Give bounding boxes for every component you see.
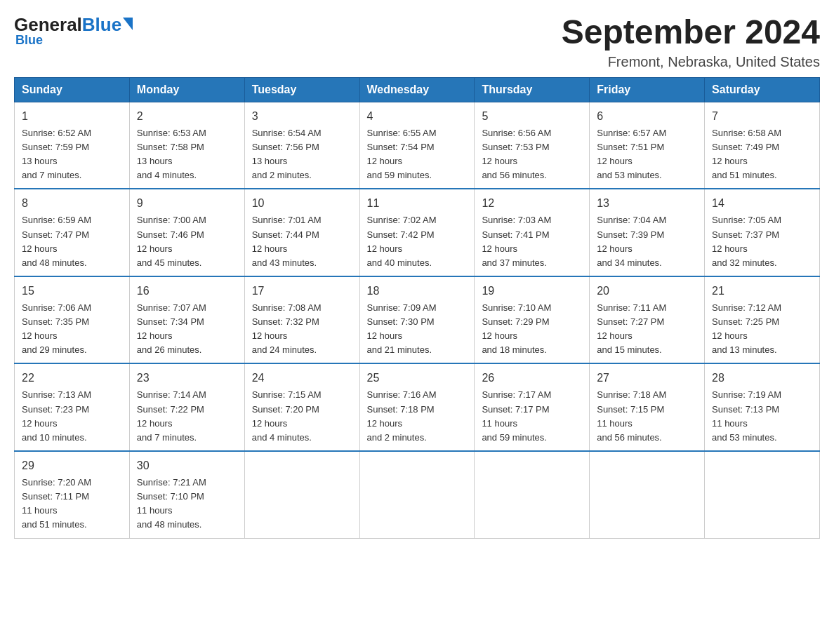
day-info: Sunrise: 7:16 AMSunset: 7:18 PM12 hoursa…	[367, 389, 437, 442]
day-number: 29	[22, 457, 122, 474]
day-info: Sunrise: 7:08 AMSunset: 7:32 PM12 hoursa…	[252, 302, 322, 355]
day-info: Sunrise: 6:52 AMSunset: 7:59 PM13 hoursa…	[22, 128, 91, 180]
day-info: Sunrise: 7:15 AMSunset: 7:20 PM12 hoursa…	[252, 389, 322, 442]
day-number: 7	[712, 108, 812, 125]
day-info: Sunrise: 6:53 AMSunset: 7:58 PM13 hoursa…	[137, 128, 206, 180]
calendar-subtitle: Fremont, Nebraska, United States	[562, 54, 820, 70]
calendar-cell	[705, 451, 820, 538]
calendar-table: Sunday Monday Tuesday Wednesday Thursday…	[14, 77, 820, 539]
calendar-cell: 25Sunrise: 7:16 AMSunset: 7:18 PM12 hour…	[359, 363, 475, 451]
col-saturday: Saturday	[705, 77, 820, 102]
calendar-cell	[475, 451, 590, 538]
calendar-cell: 19Sunrise: 7:10 AMSunset: 7:29 PM12 hour…	[475, 276, 590, 364]
calendar-cell: 6Sunrise: 6:57 AMSunset: 7:51 PM12 hours…	[590, 102, 705, 189]
header-row: Sunday Monday Tuesday Wednesday Thursday…	[15, 77, 820, 102]
calendar-cell: 9Sunrise: 7:00 AMSunset: 7:46 PM12 hours…	[129, 189, 244, 276]
day-number: 12	[482, 195, 582, 212]
day-info: Sunrise: 7:06 AMSunset: 7:35 PM12 hoursa…	[22, 302, 91, 355]
day-number: 27	[597, 370, 697, 387]
calendar-cell: 22Sunrise: 7:13 AMSunset: 7:23 PM12 hour…	[15, 363, 130, 451]
col-friday: Friday	[590, 77, 705, 102]
day-info: Sunrise: 6:59 AMSunset: 7:47 PM12 hoursa…	[22, 215, 91, 267]
day-number: 26	[482, 370, 582, 387]
calendar-cell: 2Sunrise: 6:53 AMSunset: 7:58 PM13 hours…	[129, 102, 244, 189]
day-info: Sunrise: 7:18 AMSunset: 7:15 PM11 hoursa…	[597, 389, 666, 442]
day-info: Sunrise: 7:07 AMSunset: 7:34 PM12 hoursa…	[137, 302, 206, 355]
calendar-cell: 16Sunrise: 7:07 AMSunset: 7:34 PM12 hour…	[129, 276, 244, 364]
logo-subtitle: Blue	[14, 33, 43, 48]
day-number: 11	[367, 195, 468, 212]
day-info: Sunrise: 7:00 AMSunset: 7:46 PM12 hoursa…	[137, 215, 206, 267]
day-number: 30	[137, 457, 237, 474]
calendar-cell: 29Sunrise: 7:20 AMSunset: 7:11 PM11 hour…	[15, 451, 130, 538]
calendar-cell: 18Sunrise: 7:09 AMSunset: 7:30 PM12 hour…	[359, 276, 475, 364]
col-monday: Monday	[129, 77, 244, 102]
calendar-cell: 30Sunrise: 7:21 AMSunset: 7:10 PM11 hour…	[129, 451, 244, 538]
day-number: 24	[252, 370, 352, 387]
calendar-cell: 23Sunrise: 7:14 AMSunset: 7:22 PM12 hour…	[129, 363, 244, 451]
title-area: September 2024 Fremont, Nebraska, United…	[562, 14, 820, 70]
day-info: Sunrise: 7:10 AMSunset: 7:29 PM12 hoursa…	[482, 302, 551, 355]
day-number: 9	[137, 195, 237, 212]
day-info: Sunrise: 7:17 AMSunset: 7:17 PM11 hoursa…	[482, 389, 551, 442]
day-info: Sunrise: 7:14 AMSunset: 7:22 PM12 hoursa…	[137, 389, 206, 442]
day-info: Sunrise: 7:01 AMSunset: 7:44 PM12 hoursa…	[252, 215, 322, 267]
col-sunday: Sunday	[15, 77, 130, 102]
calendar-cell: 15Sunrise: 7:06 AMSunset: 7:35 PM12 hour…	[15, 276, 130, 364]
calendar-cell: 17Sunrise: 7:08 AMSunset: 7:32 PM12 hour…	[244, 276, 359, 364]
day-number: 19	[482, 283, 582, 300]
calendar-cell	[244, 451, 359, 538]
day-number: 17	[252, 283, 352, 300]
day-info: Sunrise: 7:19 AMSunset: 7:13 PM11 hoursa…	[712, 389, 781, 442]
day-number: 20	[597, 283, 697, 300]
calendar-week-row: 22Sunrise: 7:13 AMSunset: 7:23 PM12 hour…	[15, 363, 820, 451]
logo-triangle-icon	[123, 18, 133, 30]
day-number: 18	[367, 283, 468, 300]
day-number: 23	[137, 370, 237, 387]
day-info: Sunrise: 6:57 AMSunset: 7:51 PM12 hoursa…	[597, 128, 666, 180]
day-number: 5	[482, 108, 582, 125]
day-info: Sunrise: 7:09 AMSunset: 7:30 PM12 hoursa…	[367, 302, 437, 355]
day-number: 25	[367, 370, 468, 387]
day-number: 3	[252, 108, 352, 125]
logo: GeneralBlue Blue	[14, 14, 133, 48]
day-number: 4	[367, 108, 468, 125]
calendar-cell	[590, 451, 705, 538]
calendar-cell: 11Sunrise: 7:02 AMSunset: 7:42 PM12 hour…	[359, 189, 475, 276]
day-info: Sunrise: 7:13 AMSunset: 7:23 PM12 hoursa…	[22, 389, 91, 442]
calendar-cell: 5Sunrise: 6:56 AMSunset: 7:53 PM12 hours…	[475, 102, 590, 189]
calendar-cell: 10Sunrise: 7:01 AMSunset: 7:44 PM12 hour…	[244, 189, 359, 276]
day-info: Sunrise: 7:12 AMSunset: 7:25 PM12 hoursa…	[712, 302, 781, 355]
calendar-cell: 7Sunrise: 6:58 AMSunset: 7:49 PM12 hours…	[705, 102, 820, 189]
day-number: 1	[22, 108, 122, 125]
day-number: 8	[22, 195, 122, 212]
calendar-cell: 8Sunrise: 6:59 AMSunset: 7:47 PM12 hours…	[15, 189, 130, 276]
day-info: Sunrise: 7:11 AMSunset: 7:27 PM12 hoursa…	[597, 302, 666, 355]
day-info: Sunrise: 7:03 AMSunset: 7:41 PM12 hoursa…	[482, 215, 551, 267]
day-number: 2	[137, 108, 237, 125]
logo-blue: Blue	[82, 14, 121, 36]
calendar-cell: 3Sunrise: 6:54 AMSunset: 7:56 PM13 hours…	[244, 102, 359, 189]
calendar-cell: 13Sunrise: 7:04 AMSunset: 7:39 PM12 hour…	[590, 189, 705, 276]
day-info: Sunrise: 6:56 AMSunset: 7:53 PM12 hoursa…	[482, 128, 551, 180]
day-info: Sunrise: 7:05 AMSunset: 7:37 PM12 hoursa…	[712, 215, 781, 267]
calendar-cell: 4Sunrise: 6:55 AMSunset: 7:54 PM12 hours…	[359, 102, 475, 189]
calendar-cell: 27Sunrise: 7:18 AMSunset: 7:15 PM11 hour…	[590, 363, 705, 451]
day-number: 14	[712, 195, 812, 212]
calendar-cell: 24Sunrise: 7:15 AMSunset: 7:20 PM12 hour…	[244, 363, 359, 451]
day-number: 21	[712, 283, 812, 300]
calendar-cell	[359, 451, 475, 538]
day-info: Sunrise: 6:58 AMSunset: 7:49 PM12 hoursa…	[712, 128, 781, 180]
page-header: GeneralBlue Blue September 2024 Fremont,…	[14, 14, 820, 70]
day-info: Sunrise: 6:54 AMSunset: 7:56 PM13 hoursa…	[252, 128, 322, 180]
col-thursday: Thursday	[475, 77, 590, 102]
calendar-cell: 20Sunrise: 7:11 AMSunset: 7:27 PM12 hour…	[590, 276, 705, 364]
calendar-title: September 2024	[562, 14, 820, 51]
day-number: 16	[137, 283, 237, 300]
day-number: 6	[597, 108, 697, 125]
calendar-week-row: 15Sunrise: 7:06 AMSunset: 7:35 PM12 hour…	[15, 276, 820, 364]
day-number: 13	[597, 195, 697, 212]
day-number: 28	[712, 370, 812, 387]
day-number: 22	[22, 370, 122, 387]
calendar-cell: 12Sunrise: 7:03 AMSunset: 7:41 PM12 hour…	[475, 189, 590, 276]
